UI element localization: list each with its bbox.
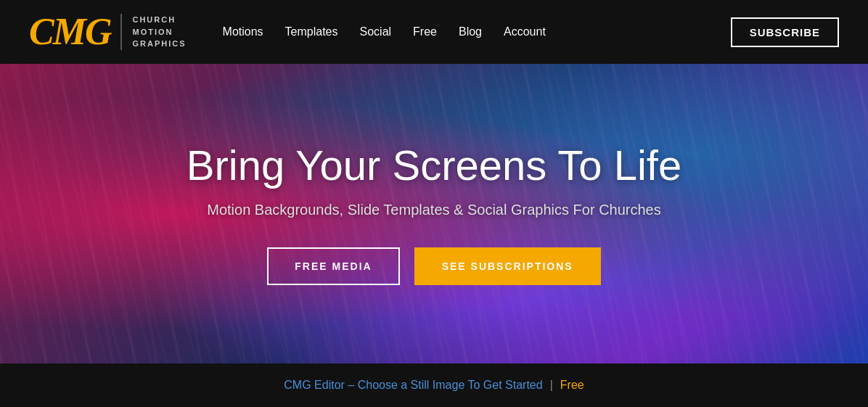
free-media-button[interactable]: FREE MEDIA (267, 247, 399, 285)
hero-buttons: FREE MEDIA SEE SUBSCRIPTIONS (187, 247, 682, 285)
nav-motions[interactable]: Motions (223, 25, 263, 38)
hero-section: Bring Your Screens To Life Motion Backgr… (0, 64, 868, 363)
logo-line1: CHURCH (132, 14, 186, 26)
main-nav: Motions Templates Social Free Blog Accou… (223, 17, 839, 47)
cmg-editor-link[interactable]: CMG Editor – Choose a Still Image To Get… (284, 379, 542, 392)
nav-templates[interactable]: Templates (285, 25, 338, 38)
logo-line2: MOTION (132, 26, 186, 38)
logo-area: CMG CHURCH MOTION GRAPHICS (29, 13, 187, 51)
nav-social[interactable]: Social (360, 25, 392, 38)
logo-divider (120, 14, 122, 50)
footer-separator: | (550, 379, 553, 392)
logo-text: CHURCH MOTION GRAPHICS (132, 14, 186, 50)
nav-blog[interactable]: Blog (459, 25, 482, 38)
nav-free[interactable]: Free (413, 25, 437, 38)
footer-bar: CMG Editor – Choose a Still Image To Get… (0, 363, 868, 407)
header: CMG CHURCH MOTION GRAPHICS Motions Templ… (0, 0, 868, 64)
nav-account[interactable]: Account (504, 25, 546, 38)
hero-content: Bring Your Screens To Life Motion Backgr… (172, 142, 697, 285)
logo-line3: GRAPHICS (132, 38, 186, 50)
hero-subtitle: Motion Backgrounds, Slide Templates & So… (187, 202, 682, 218)
footer-free-link[interactable]: Free (560, 379, 584, 392)
subscribe-button[interactable]: SUBSCRIBE (731, 17, 839, 47)
logo-cmg[interactable]: CMG (29, 13, 110, 51)
hero-title: Bring Your Screens To Life (187, 142, 682, 189)
see-subscriptions-button[interactable]: SEE SUBSCRIPTIONS (414, 247, 601, 285)
